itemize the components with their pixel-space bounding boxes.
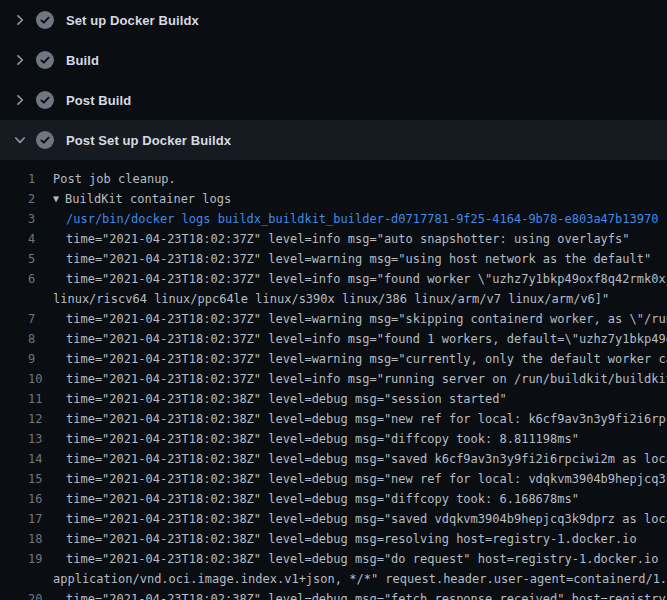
log-line-number: 15 xyxy=(28,469,42,489)
chevron-right-icon[interactable] xyxy=(12,12,28,28)
log-text: time="2021-04-23T18:02:38Z" level=debug … xyxy=(66,512,667,526)
log-line-number: 17 xyxy=(28,509,42,529)
log-line: 7 time="2021-04-23T18:02:37Z" level=warn… xyxy=(0,309,667,329)
log-line-number: 19 xyxy=(28,549,42,569)
log-text: time="2021-04-23T18:02:37Z" level=warnin… xyxy=(66,252,651,266)
log-line-number: 16 xyxy=(28,489,42,509)
log-line: 20 time="2021-04-23T18:02:38Z" level=deb… xyxy=(0,589,667,600)
log-line-text: time="2021-04-23T18:02:38Z" level=debug … xyxy=(53,509,667,529)
step-title: Build xyxy=(66,53,99,68)
chevron-down-icon[interactable] xyxy=(12,132,28,148)
chevron-right-icon[interactable] xyxy=(12,92,28,108)
log-line-number: 20 xyxy=(28,589,42,600)
step-header[interactable]: Set up Docker Buildx xyxy=(0,0,667,40)
log-text: time="2021-04-23T18:02:38Z" level=debug … xyxy=(66,412,667,426)
check-circle-icon xyxy=(36,91,54,109)
check-circle-icon xyxy=(36,131,54,149)
workflow-log-panel: Set up Docker Buildx Build P xyxy=(0,0,667,600)
log-line-text: time="2021-04-23T18:02:38Z" level=debug … xyxy=(53,529,667,549)
log-line: 12 time="2021-04-23T18:02:38Z" level=deb… xyxy=(0,409,667,429)
log-line: 10 time="2021-04-23T18:02:37Z" level=inf… xyxy=(0,369,667,389)
log-line-text: /usr/bin/docker logs buildx_buildkit_bui… xyxy=(53,209,667,229)
log-line-number: 1 xyxy=(28,169,35,189)
log-line-text: time="2021-04-23T18:02:38Z" level=debug … xyxy=(53,489,667,509)
log-line: 15 time="2021-04-23T18:02:38Z" level=deb… xyxy=(0,469,667,489)
log-line-number: 18 xyxy=(28,529,42,549)
log-line-text: ▼BuildKit container logs xyxy=(53,189,667,209)
log-text: Post job cleanup. xyxy=(53,172,176,186)
log-line: application/vnd.oci.image.index.v1+json,… xyxy=(0,569,667,589)
log-line-number: 13 xyxy=(28,429,42,449)
log-line-text: time="2021-04-23T18:02:38Z" level=debug … xyxy=(53,549,667,569)
log-text: time="2021-04-23T18:02:38Z" level=debug … xyxy=(66,592,667,600)
log-text: application/vnd.oci.image.index.v1+json,… xyxy=(53,572,667,586)
log-line: 13 time="2021-04-23T18:02:38Z" level=deb… xyxy=(0,429,667,449)
log-line-text: time="2021-04-23T18:02:37Z" level=warnin… xyxy=(53,249,667,269)
log-text: /usr/bin/docker logs buildx_buildkit_bui… xyxy=(66,212,658,226)
log-line-text: time="2021-04-23T18:02:37Z" level=warnin… xyxy=(53,349,667,369)
log-line-text: Post job cleanup. xyxy=(53,169,667,189)
log-line-text: time="2021-04-23T18:02:37Z" level=info m… xyxy=(53,229,667,249)
group-toggle-icon[interactable]: ▼ xyxy=(53,189,59,209)
log-line[interactable]: 2 ▼BuildKit container logs xyxy=(0,189,667,209)
log-line-text: time="2021-04-23T18:02:37Z" level=info m… xyxy=(53,369,667,389)
log-line-text: time="2021-04-23T18:02:38Z" level=debug … xyxy=(53,429,667,449)
step-header[interactable]: Build xyxy=(0,40,667,80)
log-line: linux/riscv64 linux/ppc64le linux/s390x … xyxy=(0,289,667,309)
log-line-text: time="2021-04-23T18:02:38Z" level=debug … xyxy=(53,589,667,600)
log-line-text: linux/riscv64 linux/ppc64le linux/s390x … xyxy=(53,289,667,309)
log-view: 1 Post job cleanup. 2 ▼BuildKit containe… xyxy=(0,160,667,600)
log-line-number: 7 xyxy=(28,309,35,329)
step-title: Post Set up Docker Buildx xyxy=(66,133,231,148)
log-text: time="2021-04-23T18:02:37Z" level=info m… xyxy=(66,372,667,386)
check-circle-icon xyxy=(36,11,54,29)
log-text: time="2021-04-23T18:02:38Z" level=debug … xyxy=(66,472,667,486)
log-text: BuildKit container logs xyxy=(65,192,231,206)
log-line: 4 time="2021-04-23T18:02:37Z" level=info… xyxy=(0,229,667,249)
log-line-number: 6 xyxy=(28,269,35,289)
log-line-number: 4 xyxy=(28,229,35,249)
log-text: time="2021-04-23T18:02:37Z" level=warnin… xyxy=(66,312,667,326)
log-text: time="2021-04-23T18:02:38Z" level=debug … xyxy=(66,432,579,446)
log-line-number: 14 xyxy=(28,449,42,469)
log-text: time="2021-04-23T18:02:37Z" level=warnin… xyxy=(66,352,667,366)
log-line-number: 10 xyxy=(28,369,42,389)
log-line-number: 8 xyxy=(28,329,35,349)
log-text: time="2021-04-23T18:02:37Z" level=info m… xyxy=(66,272,667,286)
log-line-number: 3 xyxy=(28,209,35,229)
log-line: 8 time="2021-04-23T18:02:37Z" level=info… xyxy=(0,329,667,349)
log-line: 3 /usr/bin/docker logs buildx_buildkit_b… xyxy=(0,209,667,229)
step-header[interactable]: Post Build xyxy=(0,80,667,120)
log-line-text: time="2021-04-23T18:02:38Z" level=debug … xyxy=(53,389,667,409)
log-line: 6 time="2021-04-23T18:02:37Z" level=info… xyxy=(0,269,667,289)
log-line-number: 11 xyxy=(28,389,42,409)
log-line-text: time="2021-04-23T18:02:37Z" level=info m… xyxy=(53,269,667,289)
log-line-number: 9 xyxy=(28,349,35,369)
log-text: time="2021-04-23T18:02:37Z" level=info m… xyxy=(66,232,630,246)
log-text: time="2021-04-23T18:02:37Z" level=info m… xyxy=(66,332,667,346)
log-line-number: 5 xyxy=(28,249,35,269)
log-line: 1 Post job cleanup. xyxy=(0,169,667,189)
log-line: 16 time="2021-04-23T18:02:38Z" level=deb… xyxy=(0,489,667,509)
log-line: 19 time="2021-04-23T18:02:38Z" level=deb… xyxy=(0,549,667,569)
log-line: 17 time="2021-04-23T18:02:38Z" level=deb… xyxy=(0,509,667,529)
log-line-text: application/vnd.oci.image.index.v1+json,… xyxy=(53,569,667,589)
step-title: Post Build xyxy=(66,93,131,108)
log-line-text: time="2021-04-23T18:02:38Z" level=debug … xyxy=(53,469,667,489)
log-text: time="2021-04-23T18:02:38Z" level=debug … xyxy=(66,492,579,506)
log-line-number: 12 xyxy=(28,409,42,429)
chevron-right-icon[interactable] xyxy=(12,52,28,68)
log-line-text: time="2021-04-23T18:02:38Z" level=debug … xyxy=(53,409,667,429)
log-line: 18 time="2021-04-23T18:02:38Z" level=deb… xyxy=(0,529,667,549)
log-line: 5 time="2021-04-23T18:02:37Z" level=warn… xyxy=(0,249,667,269)
log-text: time="2021-04-23T18:02:38Z" level=debug … xyxy=(66,532,637,546)
log-line-text: time="2021-04-23T18:02:37Z" level=info m… xyxy=(53,329,667,349)
steps-list: Set up Docker Buildx Build P xyxy=(0,0,667,160)
log-line: 14 time="2021-04-23T18:02:38Z" level=deb… xyxy=(0,449,667,469)
step-header[interactable]: Post Set up Docker Buildx xyxy=(0,120,667,160)
log-line: 9 time="2021-04-23T18:02:37Z" level=warn… xyxy=(0,349,667,369)
check-circle-icon xyxy=(36,51,54,69)
step-title: Set up Docker Buildx xyxy=(66,13,199,28)
log-text: time="2021-04-23T18:02:38Z" level=debug … xyxy=(66,552,667,566)
log-text: time="2021-04-23T18:02:38Z" level=debug … xyxy=(66,452,667,466)
